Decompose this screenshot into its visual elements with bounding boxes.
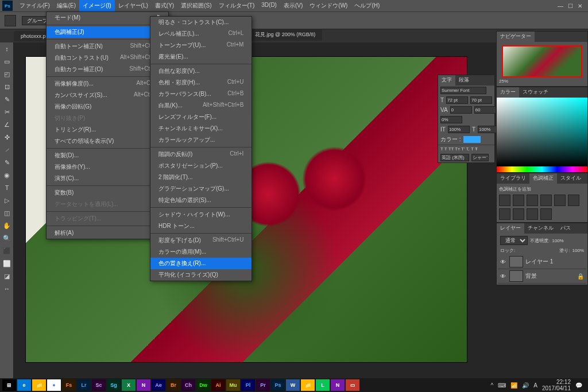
menu-item[interactable]: 明るさ・コントラスト(C)... — [150, 17, 252, 28]
language-select[interactable] — [440, 154, 469, 161]
tool-17[interactable]: ⬜ — [0, 257, 14, 270]
adj-icon[interactable] — [499, 208, 510, 220]
menu-item[interactable]: チャンネルミキサー(X)... — [150, 123, 252, 134]
text-style-buttons[interactable]: T T TT Tт T' T, T Ŧ — [440, 146, 478, 152]
taskbar-app[interactable]: Sc — [92, 379, 106, 391]
taskbar-app[interactable]: Lr — [77, 379, 91, 391]
menu-item[interactable]: カラーバランス(B)...Ctrl+B — [150, 88, 252, 100]
taskbar-app[interactable]: ● — [47, 379, 61, 391]
tool-15[interactable]: 🔍 — [0, 232, 14, 244]
menu-item[interactable]: 階調の反転(I)Ctrl+I — [150, 149, 252, 160]
adj-icon[interactable] — [513, 208, 524, 220]
notification-icon[interactable]: 💬 — [575, 382, 582, 389]
blend-mode-select[interactable]: 通常 — [500, 236, 528, 245]
taskbar-app[interactable]: Ps — [271, 379, 285, 391]
menu-item[interactable]: 平均化 (イコライズ)(Q) — [150, 269, 252, 281]
menu-9[interactable]: ウィンドウ(W) — [306, 0, 351, 11]
minimize-icon[interactable]: — — [558, 3, 563, 9]
menu-5[interactable]: 選択範囲(S) — [177, 0, 215, 11]
tool-2[interactable]: ◰ — [0, 68, 14, 80]
adj-icon[interactable] — [527, 208, 538, 220]
visibility-icon[interactable]: 👁 — [500, 259, 507, 265]
tool-18[interactable]: ◪ — [0, 270, 14, 282]
menu-4[interactable]: 書式(Y) — [152, 0, 177, 11]
layer-row[interactable]: 👁背景🔒 — [498, 269, 586, 284]
menu-item[interactable]: レンズフィルター(F)... — [150, 111, 252, 123]
hue-slider[interactable] — [497, 166, 587, 172]
opacity-value[interactable]: 100% — [552, 238, 563, 243]
antialias-select[interactable] — [471, 154, 489, 161]
tool-14[interactable]: ✋ — [0, 219, 14, 232]
menu-item[interactable]: 自然な彩度(V)... — [150, 65, 252, 77]
menu-item[interactable]: 特定色域の選択(S)... — [150, 195, 252, 206]
tool-16[interactable]: ⬛ — [0, 244, 14, 257]
menu-6[interactable]: フィルター(T) — [215, 0, 258, 11]
menu-item[interactable]: 2 階調化(T)... — [150, 172, 252, 183]
menu-item[interactable]: グラデーションマップ(G)... — [150, 183, 252, 195]
taskbar-app[interactable]: Br — [167, 379, 180, 391]
tool-10[interactable]: ◉ — [0, 169, 14, 181]
tab-character[interactable]: 文字 — [438, 75, 455, 86]
taskbar-app[interactable]: L — [316, 379, 330, 391]
tab-swatches[interactable]: スウォッチ — [519, 87, 552, 98]
taskbar-app[interactable]: ▭ — [346, 379, 359, 391]
adj-icon[interactable] — [540, 195, 552, 206]
taskbar-app[interactable]: Dw — [196, 379, 210, 391]
adj-icon[interactable] — [513, 195, 524, 206]
taskbar-app[interactable]: Ch — [181, 379, 195, 391]
taskbar-app[interactable]: Ae — [152, 379, 165, 391]
ime-indicator[interactable]: A — [533, 382, 537, 389]
taskbar-app[interactable]: Ai — [211, 379, 225, 391]
taskbar-app[interactable]: N — [331, 379, 345, 391]
taskbar-app[interactable]: Mu — [226, 379, 240, 391]
menu-7[interactable]: 3D(D) — [258, 0, 280, 11]
navigator-thumbnail[interactable] — [502, 45, 582, 77]
menu-item[interactable]: 色相・彩度(H)...Ctrl+U — [150, 77, 252, 88]
tab-color[interactable]: カラー — [497, 87, 519, 98]
maximize-icon[interactable]: ☐ — [568, 3, 573, 9]
menu-item[interactable]: カラールックアップ... — [150, 134, 252, 146]
close-icon[interactable]: ✕ — [578, 3, 582, 9]
tab-channels[interactable]: チャンネル — [524, 223, 557, 234]
tool-13[interactable]: ◫ — [0, 207, 14, 219]
menu-item[interactable]: レベル補正(L)...Ctrl+L — [150, 28, 252, 40]
tool-12[interactable]: ▷ — [0, 194, 14, 207]
vscale-input[interactable] — [448, 126, 470, 133]
taskbar-app[interactable]: W — [286, 379, 300, 391]
clock[interactable]: 22:12 2017/04/11 — [542, 379, 571, 391]
taskbar-app[interactable]: 📁 — [301, 379, 315, 391]
taskbar-app[interactable]: X — [122, 379, 136, 391]
baseline-input[interactable] — [440, 116, 462, 123]
fill-value[interactable]: 100% — [572, 248, 584, 253]
doc-tab-2[interactable]: 花見.jpg @ 200% (RGB/8) — [248, 29, 322, 41]
tray-volume-icon[interactable]: 🔊 — [522, 382, 529, 389]
layer-row[interactable]: 👁レイヤー 1 — [498, 255, 586, 269]
menu-0[interactable]: ファイル(F) — [16, 0, 53, 11]
tool-preset-icon[interactable] — [5, 15, 16, 26]
tab-libraries[interactable]: ライブラリ — [497, 173, 529, 184]
menu-item[interactable]: 彩度を下げる(D)Shift+Ctrl+U — [150, 235, 252, 246]
adj-icon[interactable] — [499, 195, 510, 206]
tool-19[interactable]: ↔ — [0, 282, 14, 295]
tab-adjustments[interactable]: 色調補正 — [529, 173, 557, 184]
tool-0[interactable]: ↕ — [0, 42, 14, 55]
text-color-swatch[interactable] — [463, 136, 481, 143]
taskbar-app[interactable]: ⊞ — [2, 379, 16, 391]
kerning-input[interactable] — [450, 106, 472, 114]
tool-11[interactable]: T — [0, 181, 14, 194]
taskbar-app[interactable]: Sg — [107, 379, 121, 391]
tool-3[interactable]: ⊡ — [0, 80, 14, 93]
adj-icon[interactable] — [568, 195, 579, 206]
leading-input[interactable] — [470, 96, 492, 104]
tracking-input[interactable] — [474, 106, 496, 114]
taskbar-app[interactable]: e — [17, 379, 31, 391]
tool-8[interactable]: ⟋ — [0, 143, 14, 156]
taskbar-app[interactable]: Pl — [241, 379, 255, 391]
taskbar-app[interactable]: N — [137, 379, 150, 391]
menu-item[interactable]: HDR トーン... — [150, 220, 252, 232]
menu-item[interactable]: ポスタリゼーション(P)... — [150, 160, 252, 172]
font-family-input[interactable] — [440, 87, 486, 94]
menu-1[interactable]: 編集(E) — [53, 0, 79, 11]
tool-6[interactable]: ∠ — [0, 118, 14, 131]
adj-icon[interactable] — [540, 208, 552, 220]
